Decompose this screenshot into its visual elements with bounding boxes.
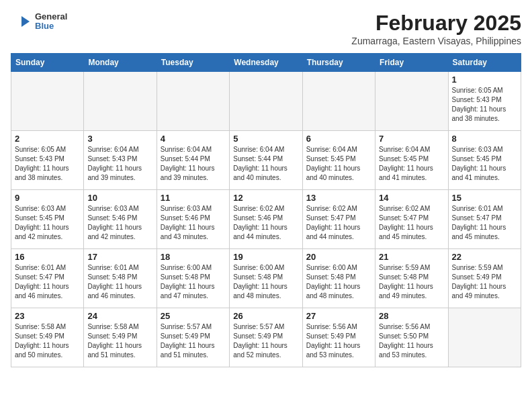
day-info: Sunrise: 6:04 AM Sunset: 5:45 PM Dayligh… bbox=[379, 145, 444, 183]
day-info: Sunrise: 6:04 AM Sunset: 5:44 PM Dayligh… bbox=[161, 145, 226, 183]
day-cell: 18Sunrise: 6:00 AM Sunset: 5:48 PM Dayli… bbox=[157, 249, 229, 308]
location-title: Zumarraga, Eastern Visayas, Philippines bbox=[351, 36, 521, 46]
title-area: February 2025 Zumarraga, Eastern Visayas… bbox=[351, 11, 521, 46]
day-number: 23 bbox=[15, 311, 80, 321]
header: GeneralBlue February 2025 Zumarraga, Eas… bbox=[11, 11, 521, 46]
day-number: 11 bbox=[161, 193, 226, 203]
day-cell: 27Sunrise: 5:56 AM Sunset: 5:49 PM Dayli… bbox=[302, 308, 375, 367]
day-cell: 15Sunrise: 6:01 AM Sunset: 5:47 PM Dayli… bbox=[448, 190, 521, 249]
day-header-tuesday: Tuesday bbox=[157, 54, 229, 72]
day-number: 27 bbox=[306, 311, 371, 321]
calendar-table: SundayMondayTuesdayWednesdayThursdayFrid… bbox=[11, 53, 521, 367]
day-number: 2 bbox=[15, 134, 80, 144]
day-number: 6 bbox=[306, 134, 371, 144]
day-cell: 25Sunrise: 5:57 AM Sunset: 5:49 PM Dayli… bbox=[157, 308, 229, 367]
day-cell bbox=[302, 72, 375, 131]
day-number: 3 bbox=[87, 134, 152, 144]
day-cell: 24Sunrise: 5:58 AM Sunset: 5:49 PM Dayli… bbox=[84, 308, 157, 367]
day-cell: 6Sunrise: 6:04 AM Sunset: 5:45 PM Daylig… bbox=[302, 131, 375, 190]
day-cell: 8Sunrise: 6:03 AM Sunset: 5:45 PM Daylig… bbox=[448, 131, 521, 190]
day-info: Sunrise: 6:04 AM Sunset: 5:44 PM Dayligh… bbox=[233, 145, 298, 183]
day-cell: 5Sunrise: 6:04 AM Sunset: 5:44 PM Daylig… bbox=[230, 131, 302, 190]
day-cell: 19Sunrise: 6:00 AM Sunset: 5:48 PM Dayli… bbox=[230, 249, 302, 308]
month-title: February 2025 bbox=[351, 11, 521, 36]
day-info: Sunrise: 6:02 AM Sunset: 5:46 PM Dayligh… bbox=[233, 204, 298, 242]
day-cell: 22Sunrise: 5:59 AM Sunset: 5:49 PM Dayli… bbox=[448, 249, 521, 308]
calendar-header-row: SundayMondayTuesdayWednesdayThursdayFrid… bbox=[11, 54, 521, 72]
day-cell: 7Sunrise: 6:04 AM Sunset: 5:45 PM Daylig… bbox=[375, 131, 448, 190]
day-number: 9 bbox=[15, 193, 80, 203]
day-cell: 3Sunrise: 6:04 AM Sunset: 5:43 PM Daylig… bbox=[84, 131, 157, 190]
day-number: 18 bbox=[161, 252, 226, 262]
day-number: 1 bbox=[452, 75, 517, 85]
day-cell: 28Sunrise: 5:56 AM Sunset: 5:50 PM Dayli… bbox=[375, 308, 448, 367]
day-number: 28 bbox=[379, 311, 444, 321]
day-info: Sunrise: 5:57 AM Sunset: 5:49 PM Dayligh… bbox=[161, 322, 226, 360]
day-info: Sunrise: 6:05 AM Sunset: 5:43 PM Dayligh… bbox=[15, 145, 80, 183]
day-cell bbox=[448, 308, 521, 367]
day-number: 5 bbox=[233, 134, 298, 144]
day-number: 25 bbox=[161, 311, 226, 321]
day-number: 4 bbox=[161, 134, 226, 144]
day-info: Sunrise: 6:02 AM Sunset: 5:47 PM Dayligh… bbox=[379, 204, 444, 242]
day-info: Sunrise: 6:03 AM Sunset: 5:46 PM Dayligh… bbox=[161, 204, 226, 242]
logo-text: GeneralBlue bbox=[35, 12, 67, 32]
day-info: Sunrise: 6:01 AM Sunset: 5:48 PM Dayligh… bbox=[87, 263, 152, 301]
day-number: 10 bbox=[87, 193, 152, 203]
day-number: 14 bbox=[379, 193, 444, 203]
day-cell: 23Sunrise: 5:58 AM Sunset: 5:49 PM Dayli… bbox=[11, 308, 84, 367]
day-number: 15 bbox=[452, 193, 517, 203]
day-number: 26 bbox=[233, 311, 298, 321]
week-row-1: 1Sunrise: 6:05 AM Sunset: 5:43 PM Daylig… bbox=[11, 72, 521, 131]
day-cell: 13Sunrise: 6:02 AM Sunset: 5:47 PM Dayli… bbox=[302, 190, 375, 249]
svg-marker-0 bbox=[21, 16, 30, 27]
day-info: Sunrise: 6:03 AM Sunset: 5:46 PM Dayligh… bbox=[87, 204, 152, 242]
day-header-wednesday: Wednesday bbox=[230, 54, 302, 72]
day-info: Sunrise: 6:01 AM Sunset: 5:47 PM Dayligh… bbox=[15, 263, 80, 301]
day-header-saturday: Saturday bbox=[448, 54, 521, 72]
day-info: Sunrise: 6:04 AM Sunset: 5:45 PM Dayligh… bbox=[306, 145, 371, 183]
day-number: 22 bbox=[452, 252, 517, 262]
day-number: 17 bbox=[87, 252, 152, 262]
day-cell: 21Sunrise: 5:59 AM Sunset: 5:48 PM Dayli… bbox=[375, 249, 448, 308]
day-cell: 2Sunrise: 6:05 AM Sunset: 5:43 PM Daylig… bbox=[11, 131, 84, 190]
day-info: Sunrise: 6:00 AM Sunset: 5:48 PM Dayligh… bbox=[306, 263, 371, 301]
day-info: Sunrise: 6:04 AM Sunset: 5:43 PM Dayligh… bbox=[87, 145, 152, 183]
week-row-2: 2Sunrise: 6:05 AM Sunset: 5:43 PM Daylig… bbox=[11, 131, 521, 190]
day-cell bbox=[84, 72, 157, 131]
day-info: Sunrise: 6:03 AM Sunset: 5:45 PM Dayligh… bbox=[15, 204, 80, 242]
day-cell: 10Sunrise: 6:03 AM Sunset: 5:46 PM Dayli… bbox=[84, 190, 157, 249]
logo-blue-text: Blue bbox=[35, 21, 67, 31]
day-info: Sunrise: 5:58 AM Sunset: 5:49 PM Dayligh… bbox=[87, 322, 152, 360]
week-row-5: 23Sunrise: 5:58 AM Sunset: 5:49 PM Dayli… bbox=[11, 308, 521, 367]
day-info: Sunrise: 5:58 AM Sunset: 5:49 PM Dayligh… bbox=[15, 322, 80, 360]
week-row-4: 16Sunrise: 6:01 AM Sunset: 5:47 PM Dayli… bbox=[11, 249, 521, 308]
day-number: 21 bbox=[379, 252, 444, 262]
day-info: Sunrise: 5:59 AM Sunset: 5:49 PM Dayligh… bbox=[452, 263, 517, 301]
logo: GeneralBlue bbox=[11, 11, 67, 32]
day-cell: 1Sunrise: 6:05 AM Sunset: 5:43 PM Daylig… bbox=[448, 72, 521, 131]
day-header-friday: Friday bbox=[375, 54, 448, 72]
day-cell bbox=[11, 72, 84, 131]
day-number: 12 bbox=[233, 193, 298, 203]
day-number: 13 bbox=[306, 193, 371, 203]
day-cell: 16Sunrise: 6:01 AM Sunset: 5:47 PM Dayli… bbox=[11, 249, 84, 308]
day-number: 16 bbox=[15, 252, 80, 262]
day-info: Sunrise: 6:02 AM Sunset: 5:47 PM Dayligh… bbox=[306, 204, 371, 242]
day-info: Sunrise: 6:05 AM Sunset: 5:43 PM Dayligh… bbox=[452, 86, 517, 124]
day-info: Sunrise: 6:00 AM Sunset: 5:48 PM Dayligh… bbox=[161, 263, 226, 301]
day-cell: 14Sunrise: 6:02 AM Sunset: 5:47 PM Dayli… bbox=[375, 190, 448, 249]
day-cell: 9Sunrise: 6:03 AM Sunset: 5:45 PM Daylig… bbox=[11, 190, 84, 249]
day-header-sunday: Sunday bbox=[11, 54, 84, 72]
day-info: Sunrise: 5:57 AM Sunset: 5:49 PM Dayligh… bbox=[233, 322, 298, 360]
day-number: 20 bbox=[306, 252, 371, 262]
day-cell: 20Sunrise: 6:00 AM Sunset: 5:48 PM Dayli… bbox=[302, 249, 375, 308]
day-number: 24 bbox=[87, 311, 152, 321]
day-info: Sunrise: 5:56 AM Sunset: 5:49 PM Dayligh… bbox=[306, 322, 371, 360]
day-cell: 17Sunrise: 6:01 AM Sunset: 5:48 PM Dayli… bbox=[84, 249, 157, 308]
day-cell: 12Sunrise: 6:02 AM Sunset: 5:46 PM Dayli… bbox=[230, 190, 302, 249]
logo-icon bbox=[11, 11, 32, 32]
day-number: 7 bbox=[379, 134, 444, 144]
day-cell bbox=[375, 72, 448, 131]
day-cell: 11Sunrise: 6:03 AM Sunset: 5:46 PM Dayli… bbox=[157, 190, 229, 249]
